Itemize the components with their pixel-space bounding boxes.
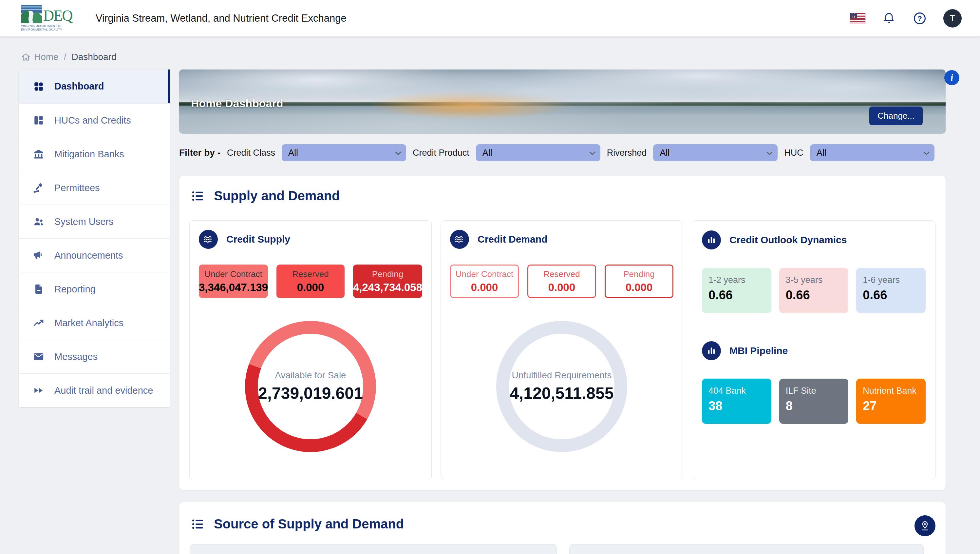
rivershed-select[interactable]: All (653, 144, 778, 161)
help-icon[interactable]: ? (913, 11, 927, 26)
source-table-header-right (569, 544, 924, 554)
language-flag-icon[interactable] (850, 13, 865, 23)
credit-outlook-card: Credit Outlook Dynamics 1-2 years 0.66 3… (692, 220, 936, 480)
outlook-tile-3-5-years: 3-5 years 0.66 (779, 268, 849, 313)
mail-icon (33, 351, 45, 362)
notifications-bell-icon[interactable] (882, 11, 896, 26)
credit-demand-card: Credit Demand Under Contract 0.000 Reser… (441, 220, 683, 480)
demand-chip-under-contract: Under Contract 0.000 (450, 265, 519, 298)
chevron-down-icon (395, 149, 401, 155)
credit-supply-card: Credit Supply Under Contract 3,346,047.1… (189, 220, 432, 480)
list-icon (191, 189, 205, 203)
svg-text:?: ? (918, 14, 922, 22)
sidebar-item-announcements[interactable]: Announcements (19, 238, 170, 272)
source-of-supply-and-demand-section: Source of Supply and Demand (179, 502, 946, 554)
sidebar-item-messages[interactable]: Messages (19, 340, 170, 374)
credit-supply-title: Credit Supply (226, 234, 290, 245)
waves-icon (199, 230, 218, 249)
sidebar-item-reporting[interactable]: Reporting (19, 272, 170, 306)
layout-columns-icon (33, 114, 45, 126)
dashboard-grid-icon (33, 81, 45, 93)
credit-demand-donut: Unfulfilled Requirements 4,120,511.855 (496, 321, 627, 452)
sidebar-item-mitigation-banks[interactable]: Mitigation Banks (19, 137, 170, 171)
supply-and-demand-title: Supply and Demand (214, 188, 340, 203)
bar-chart-icon (702, 230, 721, 249)
source-section-title: Source of Supply and Demand (214, 517, 404, 532)
mbi-pipeline-title: MBI Pipeline (729, 345, 788, 356)
rivershed-label: Rivershed (607, 148, 647, 158)
supply-chip-pending: Pending 4,243,734.058 (353, 265, 422, 298)
breadcrumb-home-link[interactable]: Home (21, 52, 59, 62)
change-banner-button[interactable]: Change... (869, 107, 923, 125)
map-view-button[interactable] (915, 515, 935, 536)
info-button[interactable]: i (944, 70, 959, 85)
bar-chart-icon (702, 341, 721, 360)
gavel-icon (33, 182, 45, 194)
outlook-tile-1-2-years: 1-2 years 0.66 (702, 268, 772, 313)
app-header: DEQ VIRGINIA DEPARTMENT OF ENVIRONMENTAL… (0, 0, 980, 37)
available-for-sale-value: 2,739,019.601 (258, 384, 363, 403)
deq-logo-caption: VIRGINIA DEPARTMENT OF ENVIRONMENTAL QUA… (21, 24, 80, 32)
list-icon (191, 517, 205, 531)
document-icon (33, 283, 45, 295)
sidebar-item-dashboard[interactable]: Dashboard (19, 70, 170, 103)
bank-icon (33, 148, 45, 160)
supply-and-demand-section: Supply and Demand Credit Supply Under Co… (179, 176, 946, 490)
sidebar-item-market-analytics[interactable]: Market Analytics (19, 306, 170, 340)
map-pin-icon (919, 520, 931, 532)
huc-label: HUC (784, 148, 803, 158)
sidebar: Dashboard HUCs and Credits Mitigation Ba… (19, 70, 170, 407)
demand-chip-reserved: Reserved 0.000 (527, 265, 596, 298)
deq-logo-text: DEQ (43, 8, 72, 23)
credit-demand-title: Credit Demand (477, 234, 547, 245)
sidebar-item-system-users[interactable]: System Users (19, 204, 170, 238)
page-title: Virginia Stream, Wetland, and Nutrient C… (95, 13, 347, 24)
deq-logo: DEQ VIRGINIA DEPARTMENT OF ENVIRONMENTAL… (21, 5, 80, 32)
breadcrumb-current: Dashboard (72, 52, 116, 62)
breadcrumb-separator: / (64, 52, 67, 62)
home-icon (21, 52, 31, 62)
breadcrumb: Home / Dashboard (21, 52, 116, 62)
users-icon (33, 216, 45, 227)
huc-select[interactable]: All (810, 144, 934, 161)
credit-product-label: Credit Product (413, 148, 469, 158)
supply-chip-under-contract: Under Contract 3,346,047.139 (199, 265, 268, 298)
filter-prefix-label: Filter by - (179, 147, 220, 158)
credit-class-label: Credit Class (227, 148, 275, 158)
hero-banner: Home Dashboard Change... (179, 70, 946, 134)
waves-icon (450, 230, 469, 249)
user-avatar[interactable]: T (943, 9, 962, 27)
sidebar-item-hucs-and-credits[interactable]: HUCs and Credits (19, 103, 170, 137)
chevron-down-icon (923, 149, 929, 155)
demand-chip-pending: Pending 0.000 (605, 265, 673, 298)
credit-outlook-title: Credit Outlook Dynamics (729, 235, 847, 246)
credit-product-select[interactable]: All (476, 144, 600, 161)
sidebar-item-audit-trail[interactable]: Audit trail and evidence (19, 374, 170, 407)
hero-title: Home Dashboard (191, 97, 283, 110)
unfulfilled-requirements-label: Unfulfilled Requirements (512, 370, 611, 381)
trending-up-icon (33, 317, 45, 329)
megaphone-icon (33, 249, 45, 261)
chevron-down-icon (767, 149, 773, 155)
mbi-tile-ilf-site: ILF Site 8 (779, 378, 849, 424)
filter-bar: Filter by - Credit Class All Credit Prod… (179, 144, 946, 161)
outlook-tile-1-6-years: 1-6 years 0.66 (856, 268, 926, 313)
available-for-sale-label: Available for Sale (275, 370, 346, 381)
deq-logo-art-icon (21, 5, 42, 23)
sidebar-item-permittees[interactable]: Permittees (19, 171, 170, 204)
fast-forward-icon (33, 385, 45, 396)
credit-class-select[interactable]: All (282, 144, 406, 161)
mbi-tile-nutrient-bank: Nutrient Bank 27 (856, 378, 926, 424)
supply-chip-reserved: Reserved 0.000 (277, 265, 345, 298)
chevron-down-icon (589, 149, 595, 155)
source-table-header-left (190, 544, 557, 554)
credit-supply-donut: Available for Sale 2,739,019.601 (245, 321, 376, 452)
unfulfilled-requirements-value: 4,120,511.855 (510, 384, 614, 403)
mbi-tile-404-bank: 404 Bank 38 (702, 378, 772, 424)
